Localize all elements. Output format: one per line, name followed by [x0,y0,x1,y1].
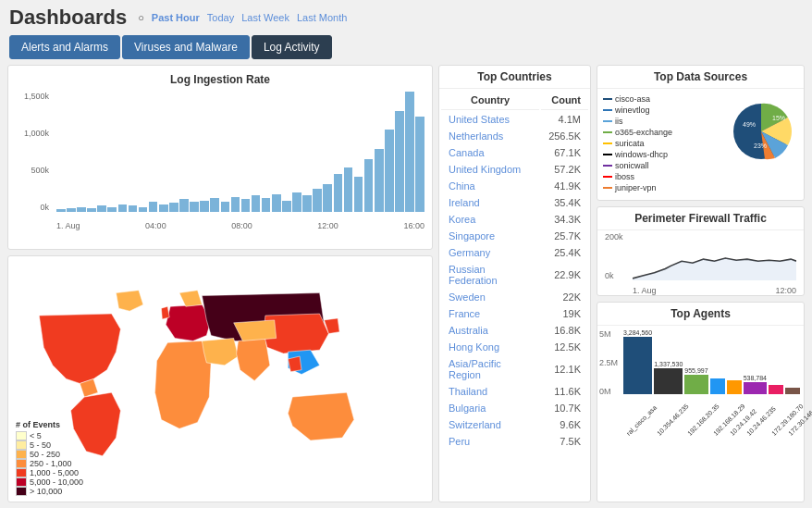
country-name: Switzerland [441,417,539,432]
world-map-panel: # of Events < 5 5 - 50 50 - 250 250 - 1,… [7,255,433,502]
thailand-map [288,356,301,372]
table-row[interactable]: United Kingdom57.2K [441,162,588,177]
fw-x-axis: 1. Aug 12:00 [633,286,796,295]
ds-color-swatch [603,176,612,178]
agent-bar [785,388,800,394]
legend-label-1k-5k: 1,000 - 5,000 [30,468,79,477]
data-sources-content: cisco-asawinevtlogiiso365-exchangesurica… [597,89,804,200]
log-bar [241,199,251,212]
table-row[interactable]: Sweden22K [441,290,588,304]
table-row[interactable]: Canada67.1K [441,145,588,160]
table-row[interactable]: Germany25.4K [441,245,588,260]
north-america [39,314,120,383]
fw-area [633,258,796,280]
table-row[interactable]: Asia/Pacific Region12.1K [441,356,588,382]
country-count: 10.7K [541,401,588,415]
country-count: 256.5K [541,129,588,143]
country-count: 16.8K [541,323,588,338]
tab-log-activity[interactable]: Log Activity [252,35,332,59]
ds-color-swatch [603,142,612,144]
map-legend: # of Events < 5 5 - 50 50 - 250 250 - 1,… [16,420,83,496]
country-count: 41.9K [541,179,588,193]
legend-label-lt5: < 5 [30,431,42,440]
table-row[interactable]: Peru7.5K [441,434,588,449]
log-bar [395,111,404,212]
table-row[interactable]: Korea34.3K [441,212,588,227]
country-name: United Kingdom [441,162,539,177]
log-bar [415,117,424,212]
table-row[interactable]: Australia16.8K [441,323,588,338]
country-count: 25.4K [541,245,588,260]
country-name: Canada [441,145,539,160]
ds-legend-item: iboss [603,172,719,181]
log-bar [262,198,271,212]
india [237,338,270,380]
x-label-12: 12:00 [317,221,338,230]
agents-y-0m: 0M [599,387,618,396]
agent-label: 10.354.46.235 [656,403,690,437]
ds-color-swatch [603,98,612,100]
agent-bar [684,375,707,394]
tab-viruses[interactable]: Viruses and Malware [122,35,250,59]
table-row[interactable]: France19K [441,306,588,321]
agent-value: 955,997 [684,367,707,374]
top-countries-title: Top Countries [439,66,590,89]
country-name: Korea [441,212,539,227]
country-name: Peru [441,434,539,449]
agent-bar [769,385,783,394]
time-filter-today[interactable]: Today [207,12,234,23]
country-name: Sweden [441,290,539,304]
log-ingestion-panel: Log Ingestion Rate 1,500k 1,000k 500k 0k… [7,65,433,250]
ds-legend-label: iis [615,117,623,126]
log-bar [149,202,158,212]
time-filter-last-month[interactable]: Last Month [297,12,347,23]
fw-line-svg [633,232,796,280]
ds-legend-label: windows-dhcp [615,150,668,159]
legend-color-lt5 [16,431,27,440]
time-filter-bar: ○ Past Hour Today Last Week Last Month [138,12,347,23]
agent-label: ral_cisco_asa [625,404,658,437]
country-name: Russian Federation [441,262,539,288]
legend-item-5-50: 5 - 50 [16,440,83,450]
table-row[interactable]: Ireland35.4K [441,195,588,210]
ds-legend-label: juniper-vpn [615,183,657,192]
ds-legend-item: winevtlog [603,105,719,115]
country-name: Germany [441,245,539,260]
agents-y-axis: 5M 2.5M 0M [599,329,618,396]
pie-label-15: 15% [772,115,785,121]
table-row[interactable]: Bulgaria10.7K [441,401,588,415]
agents-y-2.5m: 2.5M [599,358,618,367]
ds-legend-label: suricata [615,139,645,148]
agents-bars-container: 3,284,560ral_cisco_asa1,337,53010.354.46… [623,329,800,442]
time-filter-last-week[interactable]: Last Week [241,12,289,23]
log-bar [67,208,76,212]
table-row[interactable]: Switzerland9.6K [441,417,588,432]
table-row[interactable]: Russian Federation22.9K [441,262,588,288]
col-header-country: Country [441,91,539,110]
log-bar [344,167,353,212]
table-row[interactable]: Thailand11.6K [441,384,588,399]
country-name: Ireland [441,195,539,210]
table-row[interactable]: Singapore25.7K [441,229,588,243]
log-bar [354,177,363,212]
country-name: Hong Kong [441,340,539,354]
ds-legend-label: winevtlog [615,105,650,115]
log-bar [375,149,384,212]
ds-legend-label: sonicwall [615,161,649,170]
tab-alerts[interactable]: Alerts and Alarms [9,35,120,59]
ds-legend-label: iboss [615,172,634,181]
agent-bar-wrap: 1,337,53010.354.46.235 [654,329,683,394]
country-name: Bulgaria [441,401,539,415]
legend-item-lt5: < 5 [16,431,83,440]
table-row[interactable]: Hong Kong12.5K [441,340,588,354]
top-data-sources-title: Top Data Sources [597,66,804,89]
data-sources-pie: 15% 23% 49% [724,94,798,168]
table-row[interactable]: United States4.1M [441,112,588,127]
legend-color-50-250 [16,450,27,459]
log-bar [200,201,209,212]
time-filter-past-hour[interactable]: Past Hour [152,12,200,23]
table-row[interactable]: China41.9K [441,179,588,193]
y-label-1500k: 1,500k [16,92,49,101]
country-name: United States [441,112,539,127]
table-row[interactable]: Netherlands256.5K [441,129,588,143]
